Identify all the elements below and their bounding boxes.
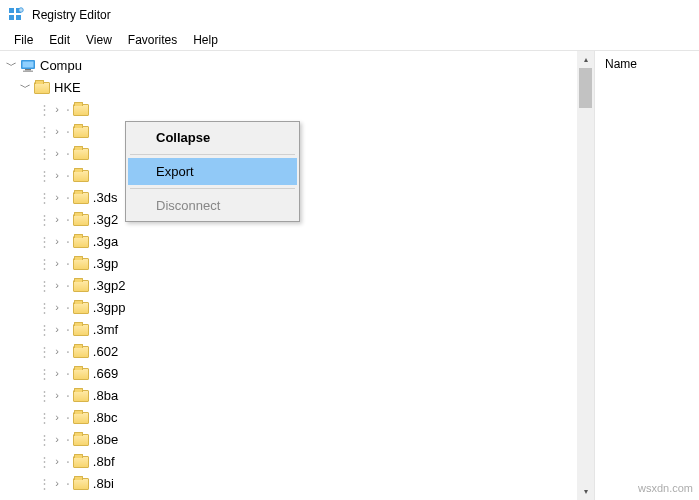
- tree-guide: ⋮: [38, 212, 50, 228]
- svg-rect-3: [16, 15, 21, 20]
- tree-label: .669: [93, 366, 118, 382]
- tree-root-computer[interactable]: ﹀ Compu: [4, 55, 594, 77]
- titlebar: Registry Editor: [0, 0, 699, 30]
- tree-node[interactable]: ⋮›·.3ga: [4, 231, 594, 253]
- scroll-track[interactable]: [577, 68, 594, 483]
- tree-label: .3ga: [93, 234, 118, 250]
- folder-icon: [73, 148, 89, 160]
- tree-node[interactable]: ⋮›·.3gp2: [4, 275, 594, 297]
- tree-guide: ⋮: [38, 322, 50, 338]
- tree-guide: ⋮: [38, 366, 50, 382]
- chevron-right-icon[interactable]: ›: [50, 213, 64, 226]
- chevron-right-icon[interactable]: ›: [50, 169, 64, 182]
- tree-pane: ﹀ Compu ﹀ HKE ⋮›·⋮›·⋮›·⋮›·⋮›·.3ds⋮›·.3g2…: [0, 51, 595, 500]
- chevron-right-icon[interactable]: ›: [50, 125, 64, 138]
- tree-hive[interactable]: ﹀ HKE: [4, 77, 594, 99]
- menu-help[interactable]: Help: [185, 31, 226, 49]
- context-item-disconnect: Disconnect: [128, 192, 297, 219]
- chevron-right-icon[interactable]: ›: [50, 367, 64, 380]
- chevron-right-icon[interactable]: ›: [50, 301, 64, 314]
- menu-view[interactable]: View: [78, 31, 120, 49]
- chevron-right-icon[interactable]: ›: [50, 235, 64, 248]
- tree-node[interactable]: ⋮›·.602: [4, 341, 594, 363]
- tree-label: .3gp: [93, 256, 118, 272]
- svg-rect-8: [23, 71, 33, 73]
- folder-icon: [73, 456, 89, 468]
- watermark: wsxdn.com: [638, 482, 693, 494]
- scroll-thumb[interactable]: [579, 68, 592, 108]
- chevron-right-icon[interactable]: ›: [50, 411, 64, 424]
- tree-node[interactable]: ⋮›·.3gpp: [4, 297, 594, 319]
- chevron-right-icon[interactable]: ›: [50, 389, 64, 402]
- context-item-export[interactable]: Export: [128, 158, 297, 185]
- scroll-up-button[interactable]: ▴: [577, 51, 594, 68]
- tree-guide: ·: [64, 388, 71, 404]
- chevron-right-icon[interactable]: ›: [50, 323, 64, 336]
- chevron-down-icon[interactable]: ﹀: [4, 59, 18, 72]
- tree-label: .3gpp: [93, 300, 126, 316]
- tree-guide: ·: [64, 366, 71, 382]
- tree-label: .8be: [93, 432, 118, 448]
- tree-guide: ⋮: [38, 278, 50, 294]
- tree-guide: ⋮: [38, 256, 50, 272]
- tree-node[interactable]: ⋮›·: [4, 99, 594, 121]
- chevron-right-icon[interactable]: ›: [50, 433, 64, 446]
- folder-icon: [73, 324, 89, 336]
- tree-guide: ·: [64, 410, 71, 426]
- tree-node[interactable]: ⋮›·.3gp: [4, 253, 594, 275]
- menu-file[interactable]: File: [6, 31, 41, 49]
- chevron-right-icon[interactable]: ›: [50, 345, 64, 358]
- column-header-name[interactable]: Name: [605, 57, 689, 71]
- tree-label: .3ds: [93, 190, 118, 206]
- tree-node[interactable]: ⋮›·.3mf: [4, 319, 594, 341]
- content-area: ﹀ Compu ﹀ HKE ⋮›·⋮›·⋮›·⋮›·⋮›·.3ds⋮›·.3g2…: [0, 50, 699, 500]
- tree-guide: ·: [64, 146, 71, 162]
- tree-guide: ·: [64, 322, 71, 338]
- folder-icon: [34, 82, 50, 94]
- chevron-right-icon[interactable]: ›: [50, 279, 64, 292]
- folder-icon: [73, 126, 89, 138]
- tree-label: .8bi: [93, 476, 114, 492]
- menu-edit[interactable]: Edit: [41, 31, 78, 49]
- tree-guide: ⋮: [38, 190, 50, 206]
- folder-icon: [73, 434, 89, 446]
- chevron-right-icon[interactable]: ›: [50, 257, 64, 270]
- chevron-down-icon[interactable]: ﹀: [18, 81, 32, 94]
- tree-label: .3g2: [93, 212, 118, 228]
- svg-rect-2: [9, 15, 14, 20]
- tree-node[interactable]: ⋮›·.669: [4, 363, 594, 385]
- chevron-right-icon[interactable]: ›: [50, 103, 64, 116]
- tree-guide: ·: [64, 454, 71, 470]
- tree-guide: ·: [64, 124, 71, 140]
- tree-node[interactable]: ⋮›·.8ba: [4, 385, 594, 407]
- tree-node[interactable]: ⋮›·.8be: [4, 429, 594, 451]
- list-pane: Name: [595, 51, 699, 500]
- folder-icon: [73, 258, 89, 270]
- tree-node[interactable]: ⋮›·.8bc: [4, 407, 594, 429]
- chevron-right-icon[interactable]: ›: [50, 147, 64, 160]
- vertical-scrollbar[interactable]: ▴ ▾: [577, 51, 594, 500]
- svg-point-4: [19, 8, 23, 12]
- tree-label: .8bc: [93, 410, 118, 426]
- chevron-right-icon[interactable]: ›: [50, 455, 64, 468]
- tree-label: .8ba: [93, 388, 118, 404]
- menu-favorites[interactable]: Favorites: [120, 31, 185, 49]
- tree-guide: ⋮: [38, 124, 50, 140]
- svg-rect-7: [25, 69, 31, 71]
- tree-node[interactable]: ⋮›·.8bi: [4, 473, 594, 495]
- chevron-right-icon[interactable]: ›: [50, 191, 64, 204]
- svg-rect-0: [9, 8, 14, 13]
- tree-label: HKE: [54, 80, 81, 96]
- tree-node[interactable]: ⋮›·.8bf: [4, 451, 594, 473]
- context-item-collapse[interactable]: Collapse: [128, 124, 297, 151]
- folder-icon: [73, 412, 89, 424]
- scroll-down-button[interactable]: ▾: [577, 483, 594, 500]
- chevron-right-icon[interactable]: ›: [50, 477, 64, 490]
- folder-icon: [73, 104, 89, 116]
- tree-guide: ⋮: [38, 410, 50, 426]
- registry-tree[interactable]: ﹀ Compu ﹀ HKE ⋮›·⋮›·⋮›·⋮›·⋮›·.3ds⋮›·.3g2…: [0, 51, 594, 495]
- tree-label: Compu: [40, 58, 82, 74]
- tree-guide: ·: [64, 212, 71, 228]
- tree-guide: ⋮: [38, 300, 50, 316]
- folder-icon: [73, 280, 89, 292]
